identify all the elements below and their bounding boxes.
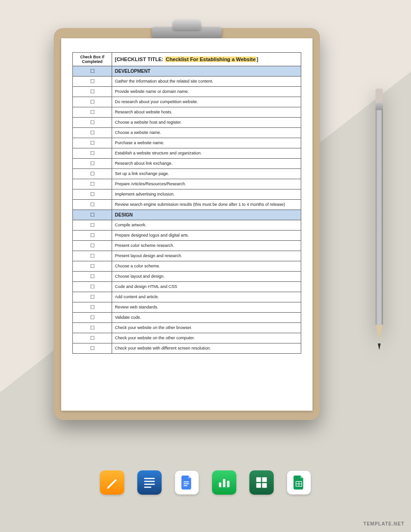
checklist-item-text: Choose a website host and register. (112, 118, 301, 128)
checklist-row: ☐Establish a website structure and organ… (73, 148, 301, 159)
checkbox[interactable]: ☐ (73, 272, 112, 282)
section-heading: DESIGN (112, 210, 301, 220)
checklist-row: ☐Validate code. (73, 313, 301, 323)
checkbox[interactable]: ☐ (73, 200, 112, 210)
column-header-checkbox: Check Box If Completed (73, 53, 112, 66)
checklist-row: ☐Prepare Articles/Resources/Research. (73, 179, 301, 189)
checklist-row: ☐Choose a color scheme. (73, 261, 301, 272)
checkbox[interactable]: ☐ (73, 343, 112, 354)
svg-rect-2 (144, 484, 155, 485)
checklist-item-text: Choose a color scheme. (112, 261, 301, 272)
checkbox[interactable]: ☐ (73, 159, 112, 169)
checklist-item-text: Code and design HTML and CSS (112, 282, 301, 292)
checkbox[interactable]: ☐ (73, 210, 112, 220)
clipboard: Check Box If Completed [CHECKLIST TITLE:… (54, 28, 320, 420)
svg-rect-7 (219, 483, 221, 487)
checklist-row: ☐Check your website on the other browser… (73, 323, 301, 333)
checkbox[interactable]: ☐ (73, 97, 112, 107)
checklist-item-text: Review web standards. (112, 302, 301, 313)
checklist-row: ☐Set up a link exchange page. (73, 169, 301, 179)
google-sheets-icon[interactable] (287, 470, 311, 495)
checklist-item-text: Add content and article. (112, 292, 301, 302)
checklist-item-text: Check your website with different screen… (112, 343, 301, 354)
svg-rect-1 (144, 481, 155, 482)
svg-rect-10 (256, 477, 261, 482)
checkbox[interactable]: ☐ (73, 138, 112, 148)
checklist-row: ☐Present color scheme research. (73, 241, 301, 251)
checklist-item-text: Research about website hosts. (112, 107, 301, 118)
checklist-item-text: Prepare designed logos and digital arts. (112, 231, 301, 241)
numbers-icon[interactable] (212, 470, 236, 495)
app-icons-row (0, 470, 411, 495)
google-docs-icon[interactable] (175, 470, 199, 495)
checkbox[interactable]: ☐ (73, 220, 112, 231)
checklist-item-text: Do research about your competition websi… (112, 97, 301, 107)
checkbox[interactable]: ☐ (73, 179, 112, 189)
checklist-item-text: Check your website on the other browser. (112, 323, 301, 333)
excel-icon[interactable] (249, 470, 274, 495)
svg-rect-11 (262, 477, 267, 482)
watermark: TEMPLATE.NET (363, 521, 404, 526)
checklist-item-text: Present layout design and research. (112, 251, 301, 261)
checkbox[interactable]: ☐ (73, 251, 112, 261)
checkbox[interactable]: ☐ (73, 241, 112, 251)
checklist-row: ☐Present layout design and research. (73, 251, 301, 261)
checkbox[interactable]: ☐ (73, 107, 112, 118)
checkbox[interactable]: ☐ (73, 66, 112, 77)
svg-rect-5 (184, 483, 189, 484)
checklist-row: ☐Choose layout and design. (73, 272, 301, 282)
checkbox[interactable]: ☐ (73, 231, 112, 241)
checkbox[interactable]: ☐ (73, 118, 112, 128)
checklist-row: ☐Provide website name or domain name. (73, 87, 301, 97)
pages-icon[interactable] (100, 470, 124, 495)
checkbox[interactable]: ☐ (73, 128, 112, 138)
document-title: [CHECKLIST TITLE: Checklist For Establis… (112, 53, 301, 66)
checklist-row: ☐Research about link exchange. (73, 159, 301, 169)
checklist-row: ☐Do research about your competition webs… (73, 97, 301, 107)
checklist-item-text: Establish a website structure and organi… (112, 148, 301, 159)
section-row: ☐DESIGN (73, 210, 301, 220)
svg-rect-4 (184, 482, 189, 483)
checkbox[interactable]: ☐ (73, 87, 112, 97)
svg-rect-12 (256, 483, 261, 488)
checklist-item-text: Implement advertising inclusion. (112, 189, 301, 200)
checklist-row: ☐Add content and article. (73, 292, 301, 302)
checkbox[interactable]: ☐ (73, 148, 112, 159)
checkbox[interactable]: ☐ (73, 292, 112, 302)
checklist-item-text: Set up a link exchange page. (112, 169, 301, 179)
checklist-row: ☐Check your website on the other compute… (73, 333, 301, 343)
checkbox[interactable]: ☐ (73, 169, 112, 179)
checklist-row: ☐Review web standards. (73, 302, 301, 313)
checklist-row: ☐Gather the information about the relate… (73, 77, 301, 87)
svg-rect-9 (227, 481, 229, 487)
checkbox[interactable]: ☐ (73, 333, 112, 343)
checklist-item-text: Choose a website name. (112, 128, 301, 138)
svg-rect-6 (184, 485, 187, 486)
checklist-item-text: Review search engine submission results … (112, 200, 301, 210)
checklist-row: ☐Purchase a website name. (73, 138, 301, 148)
checklist-item-text: Present color scheme research. (112, 241, 301, 251)
word-icon[interactable] (137, 470, 162, 495)
checkbox[interactable]: ☐ (73, 189, 112, 200)
checklist-row: ☐Prepare designed logos and digital arts… (73, 231, 301, 241)
section-heading: DEVELOPMENT (112, 66, 301, 77)
checkbox[interactable]: ☐ (73, 323, 112, 333)
checkbox[interactable]: ☐ (73, 261, 112, 272)
checklist-item-text: Check your website on the other computer… (112, 333, 301, 343)
checkbox[interactable]: ☐ (73, 313, 112, 323)
clipboard-clip (152, 20, 222, 38)
checklist-row: ☐Review search engine submission results… (73, 200, 301, 210)
document-paper: Check Box If Completed [CHECKLIST TITLE:… (61, 38, 312, 411)
checklist-row: ☐Choose a website name. (73, 128, 301, 138)
checkbox[interactable]: ☐ (73, 282, 112, 292)
checkbox[interactable]: ☐ (73, 302, 112, 313)
checkbox[interactable]: ☐ (73, 77, 112, 87)
checklist-item-text: Validate code. (112, 313, 301, 323)
svg-rect-3 (144, 487, 151, 488)
svg-rect-13 (262, 483, 267, 488)
pencil (376, 89, 383, 350)
checklist-table: Check Box If Completed [CHECKLIST TITLE:… (72, 52, 301, 354)
checklist-row: ☐Research about website hosts. (73, 107, 301, 118)
svg-rect-8 (223, 479, 226, 488)
checklist-row: ☐Implement advertising inclusion. (73, 189, 301, 200)
